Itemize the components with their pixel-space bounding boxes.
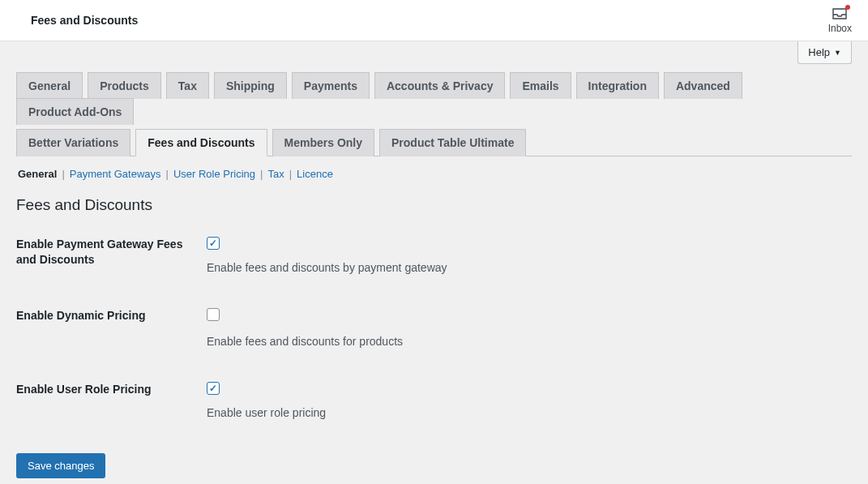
tab-tax[interactable]: Tax: [166, 72, 209, 99]
enable-user-role-pricing-checkbox[interactable]: [207, 382, 220, 395]
setting-row: Enable Dynamic PricingEnable fees and di…: [16, 308, 852, 348]
enable-payment-gateway-fees-checkbox[interactable]: [207, 237, 220, 250]
topbar: Fees and Discounts Inbox: [0, 0, 868, 41]
setting-label: Enable User Role Pricing: [16, 382, 207, 419]
tab-emails[interactable]: Emails: [510, 72, 571, 99]
setting-row: Enable Payment Gateway Fees and Discount…: [16, 237, 852, 274]
subnav: General|Payment Gateways|User Role Prici…: [16, 168, 852, 180]
subnav-payment-gateways[interactable]: Payment Gateways: [68, 168, 163, 180]
tab-shipping[interactable]: Shipping: [214, 72, 287, 99]
tab-fees-and-discounts[interactable]: Fees and Discounts: [135, 129, 267, 156]
enable-dynamic-pricing-checkbox[interactable]: [207, 308, 220, 321]
content-area: GeneralProductsTaxShippingPaymentsAccoun…: [0, 64, 868, 484]
setting-description: Enable fees and discounts for products: [207, 335, 852, 348]
help-label: Help: [808, 46, 830, 58]
setting-label: Enable Payment Gateway Fees and Discount…: [16, 237, 207, 274]
tab-advanced[interactable]: Advanced: [664, 72, 742, 99]
notification-dot-icon: [845, 5, 850, 10]
tab-members-only[interactable]: Members Only: [272, 129, 374, 156]
section-title: Fees and Discounts: [16, 196, 852, 214]
page-title: Fees and Discounts: [31, 14, 138, 27]
inbox-label: Inbox: [828, 23, 852, 34]
tab-payments[interactable]: Payments: [292, 72, 370, 99]
tab-product-add-ons[interactable]: Product Add-Ons: [16, 98, 134, 125]
tab-integration[interactable]: Integration: [576, 72, 659, 99]
tab-product-table-ultimate[interactable]: Product Table Ultimate: [379, 129, 526, 156]
subnav-general[interactable]: General: [16, 168, 58, 180]
setting-description: Enable user role pricing: [207, 406, 852, 419]
tab-better-variations[interactable]: Better Variations: [16, 129, 130, 156]
tab-general[interactable]: General: [16, 72, 83, 99]
setting-description: Enable fees and discounts by payment gat…: [207, 261, 852, 274]
subnav-user-role-pricing[interactable]: User Role Pricing: [172, 168, 257, 180]
subnav-tax[interactable]: Tax: [266, 168, 285, 180]
subnav-licence[interactable]: Licence: [295, 168, 335, 180]
help-button[interactable]: Help ▼: [797, 41, 852, 64]
help-row: Help ▼: [0, 41, 868, 64]
settings-form: Enable Payment Gateway Fees and Discount…: [16, 237, 852, 419]
chevron-down-icon: ▼: [834, 49, 841, 57]
tabs: GeneralProductsTaxShippingPaymentsAccoun…: [16, 72, 852, 156]
inbox-icon: [832, 7, 848, 20]
inbox-button[interactable]: Inbox: [828, 4, 852, 37]
tab-products[interactable]: Products: [88, 72, 161, 99]
tab-accounts-privacy[interactable]: Accounts & Privacy: [374, 72, 506, 99]
setting-label: Enable Dynamic Pricing: [16, 308, 207, 348]
setting-row: Enable User Role PricingEnable user role…: [16, 382, 852, 419]
save-button[interactable]: Save changes: [16, 453, 105, 478]
